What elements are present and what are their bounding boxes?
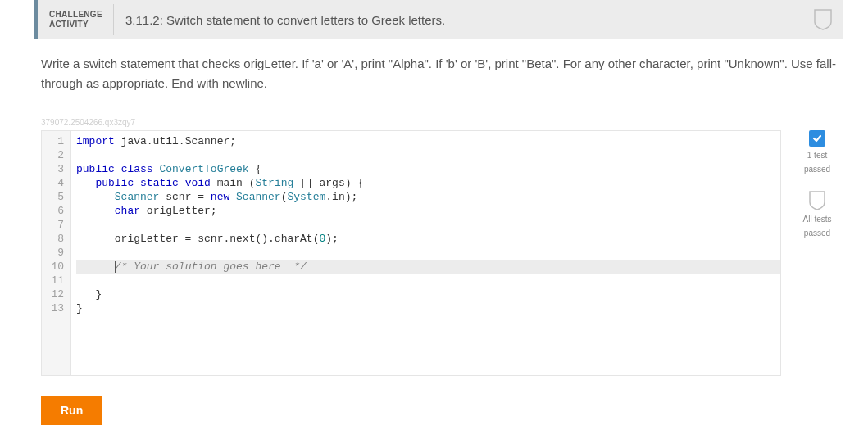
- code-line[interactable]: origLetter = scnr.next().charAt(0);: [76, 232, 780, 246]
- content-area: Write a switch statement that checks ori…: [0, 39, 868, 439]
- editor-row: 12345678910111213 import java.util.Scann…: [41, 130, 843, 376]
- code-line[interactable]: [76, 218, 780, 232]
- line-number: 9: [50, 246, 64, 260]
- header-divider: [113, 4, 114, 35]
- shield-icon: [809, 191, 825, 210]
- line-number: 10: [50, 260, 64, 274]
- one-test-label-line1: 1 test: [807, 150, 827, 161]
- challenge-header: CHALLENGE ACTIVITY 3.11.2: Switch statem…: [34, 0, 843, 39]
- code-line[interactable]: Scanner scnr = new Scanner(System.in);: [76, 190, 780, 204]
- code-line[interactable]: [76, 148, 780, 162]
- challenge-label-line2: ACTIVITY: [49, 20, 108, 29]
- one-test-label-line2: passed: [804, 164, 830, 174]
- code-line[interactable]: import java.util.Scanner;: [76, 134, 780, 148]
- line-number: 8: [50, 232, 64, 246]
- code-line[interactable]: public static void main (String [] args)…: [76, 176, 780, 190]
- line-number: 1: [50, 134, 64, 148]
- challenge-title: 3.11.2: Switch statement to convert lett…: [125, 13, 814, 27]
- line-number: 11: [50, 274, 64, 287]
- line-number: 2: [50, 148, 64, 162]
- test-status-panel: 1 test passed All tests passed: [791, 130, 843, 238]
- line-number: 3: [50, 162, 64, 176]
- challenge-activity-label: CHALLENGE ACTIVITY: [49, 10, 108, 29]
- all-tests-status: All tests passed: [802, 191, 831, 238]
- line-number: 7: [50, 218, 64, 232]
- code-line[interactable]: /* Your solution goes here */: [76, 260, 780, 274]
- prompt-text: Write a switch statement that checks ori…: [41, 54, 843, 93]
- line-number-gutter: 12345678910111213: [42, 131, 71, 375]
- code-line[interactable]: [76, 246, 780, 260]
- run-button[interactable]: Run: [41, 396, 102, 425]
- line-number: 4: [50, 176, 64, 190]
- code-line[interactable]: char origLetter;: [76, 204, 780, 218]
- code-content[interactable]: import java.util.Scanner; public class C…: [71, 131, 780, 375]
- text-cursor: [115, 261, 116, 273]
- all-tests-label-line2: passed: [804, 228, 830, 238]
- line-number: 6: [50, 204, 64, 218]
- checkmark-icon: [809, 130, 825, 147]
- shield-icon: [814, 9, 832, 30]
- all-tests-label-line1: All tests: [802, 214, 831, 224]
- code-line[interactable]: public class ConvertToGreek {: [76, 162, 780, 176]
- line-number: 5: [50, 190, 64, 204]
- watermark: 379072.2504266.qx3zqy7: [41, 118, 843, 127]
- code-line[interactable]: [76, 274, 780, 287]
- code-editor[interactable]: 12345678910111213 import java.util.Scann…: [41, 130, 781, 376]
- line-number: 12: [50, 287, 64, 301]
- challenge-label-line1: CHALLENGE: [49, 10, 108, 20]
- code-line[interactable]: }: [76, 287, 780, 301]
- code-line[interactable]: }: [76, 301, 780, 315]
- one-test-passed-status: 1 test passed: [804, 130, 830, 174]
- line-number: 13: [50, 301, 64, 315]
